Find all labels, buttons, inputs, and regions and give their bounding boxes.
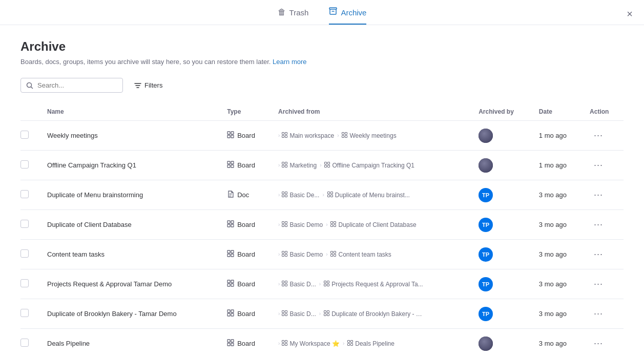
path-board-icon — [327, 192, 333, 199]
svg-rect-50 — [282, 251, 284, 253]
type-label: Board — [237, 310, 255, 318]
workspace-icon — [282, 310, 287, 318]
row-checkbox-cell — [20, 151, 41, 180]
path-item: Duplicate of Client Database — [338, 221, 416, 228]
row-date: 3 mo ago — [533, 180, 584, 210]
svg-rect-39 — [285, 221, 287, 223]
tab-archive-label: Archive — [341, 8, 366, 17]
svg-rect-19 — [285, 162, 287, 164]
row-action-button[interactable]: ··· — [590, 336, 607, 351]
row-type: Board — [221, 329, 272, 358]
learn-more-link[interactable]: Learn more — [273, 58, 306, 66]
svg-rect-64 — [282, 284, 284, 286]
row-action-button[interactable]: ··· — [590, 277, 607, 291]
path-workspace: Main workspace — [289, 132, 334, 139]
type-label: Board — [237, 280, 255, 288]
table-row: Offline Campaign Tracking Q1Board › Mark… — [20, 151, 624, 180]
row-checkbox[interactable] — [20, 339, 29, 347]
svg-rect-93 — [351, 343, 353, 345]
svg-rect-44 — [331, 224, 333, 226]
close-button[interactable]: × — [625, 6, 635, 22]
avatar — [479, 129, 493, 143]
svg-rect-92 — [348, 343, 350, 345]
row-checkbox-cell — [20, 121, 41, 151]
row-checkbox[interactable] — [20, 279, 29, 287]
row-checkbox[interactable] — [20, 190, 29, 198]
search-input[interactable] — [37, 81, 117, 89]
path-workspace: Basic D... — [289, 310, 316, 318]
svg-rect-12 — [342, 135, 344, 137]
board-icon — [227, 220, 234, 229]
row-action-button[interactable]: ··· — [590, 247, 607, 262]
row-date: 3 mo ago — [533, 240, 584, 269]
row-checkbox[interactable] — [20, 160, 29, 169]
row-archived-from: › Basic Demo › Content team tasks — [272, 240, 472, 269]
svg-rect-13 — [345, 135, 347, 137]
row-checkbox[interactable] — [20, 249, 29, 258]
svg-rect-29 — [285, 195, 287, 197]
row-checkbox[interactable] — [20, 309, 29, 317]
svg-rect-37 — [231, 224, 234, 227]
row-archived-by — [472, 121, 533, 151]
tab-archive[interactable]: Archive — [329, 7, 366, 25]
row-action-button[interactable]: ··· — [590, 158, 607, 173]
col-date: Date — [533, 104, 584, 121]
type-label: Board — [237, 221, 255, 228]
svg-rect-78 — [324, 310, 326, 312]
row-action-button[interactable]: ··· — [590, 306, 607, 321]
svg-rect-49 — [231, 254, 234, 257]
row-name: Deals Pipeline — [41, 329, 221, 358]
svg-rect-90 — [348, 340, 350, 342]
row-action-button[interactable]: ··· — [590, 128, 607, 143]
path-board-icon — [324, 281, 329, 288]
svg-rect-60 — [227, 284, 230, 286]
chevron-icon: › — [278, 281, 280, 287]
svg-rect-5 — [231, 135, 234, 138]
table-row: Projects Request & Approval Tamar DemoBo… — [20, 269, 624, 299]
svg-rect-72 — [227, 313, 230, 316]
path-board-icon — [330, 221, 336, 228]
page-title: Archive — [20, 39, 624, 54]
path-workspace: Marketing — [289, 162, 317, 169]
svg-rect-30 — [327, 192, 329, 194]
type-label: Board — [237, 340, 255, 347]
row-archived-from: › Basic De... › Duplicate of Menu brains… — [272, 180, 472, 210]
svg-rect-6 — [282, 132, 284, 134]
path-workspace: My Workspace ⭐ — [289, 340, 339, 347]
svg-rect-65 — [285, 284, 287, 286]
row-archived-by: TP — [472, 210, 533, 240]
workspace-icon — [282, 281, 287, 288]
row-action-cell: ··· — [584, 329, 624, 358]
row-action-button[interactable]: ··· — [590, 217, 607, 232]
chevron-icon: › — [278, 162, 280, 168]
svg-rect-70 — [227, 310, 230, 312]
table-row: Content team tasksBoard › Basic Demo › C… — [20, 240, 624, 269]
row-checkbox[interactable] — [20, 131, 29, 139]
filter-button[interactable]: Filters — [129, 78, 168, 92]
row-action-button[interactable]: ··· — [590, 187, 607, 202]
row-checkbox[interactable] — [20, 220, 29, 228]
svg-rect-18 — [282, 162, 284, 164]
row-archived-by: TP — [472, 240, 533, 269]
svg-rect-0 — [329, 8, 337, 9]
type-label: Board — [237, 161, 255, 169]
path-item: Projects Request & Approval Ta... — [331, 281, 423, 288]
path-item: Duplicate of Menu brainst... — [335, 192, 410, 199]
tab-trash[interactable]: 🗑 Trash — [278, 8, 309, 24]
row-archived-from: › Basic Demo › Duplicate of Client Datab… — [272, 210, 472, 240]
path-board-icon — [342, 132, 347, 139]
svg-rect-89 — [285, 343, 287, 345]
row-archived-from: › Marketing › Offline Campaign Tracking … — [272, 151, 472, 180]
row-action-cell: ··· — [584, 299, 624, 329]
chevron-icon: › — [278, 311, 280, 317]
row-action-cell: ··· — [584, 240, 624, 269]
row-checkbox-cell — [20, 269, 41, 299]
row-archived-by: TP — [472, 299, 533, 329]
row-type: Board — [221, 240, 272, 269]
svg-rect-11 — [345, 132, 347, 134]
row-archived-by — [472, 151, 533, 180]
svg-rect-43 — [334, 221, 336, 223]
svg-rect-55 — [334, 251, 336, 253]
row-date: 1 mo ago — [533, 151, 584, 180]
row-checkbox-cell — [20, 329, 41, 358]
